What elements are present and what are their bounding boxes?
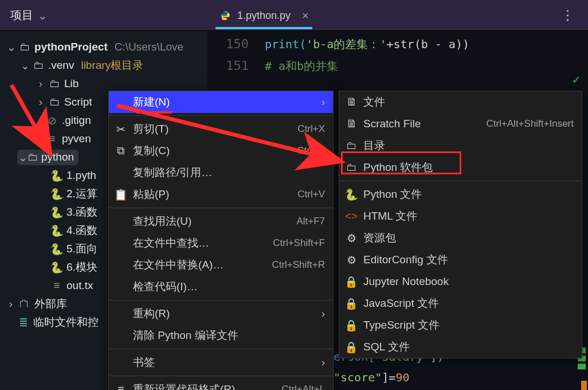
blank-icon (115, 356, 127, 369)
chevron-right-icon[interactable]: › (7, 298, 15, 310)
library-icon: ⛫ (18, 298, 31, 310)
menu-label: HTML 文件 (363, 209, 574, 224)
more-icon[interactable]: ⋯ (560, 9, 576, 24)
file-label: 5.面向 (66, 241, 97, 256)
menu-label: EditorConfig 文件 (363, 252, 574, 267)
ignore-icon: ⊘ (46, 114, 58, 127)
menu-item-bookmark[interactable]: 书签› (109, 352, 333, 373)
shortcut: Alt+F7 (296, 216, 325, 227)
menu-label: 书签 (133, 355, 316, 370)
folder-label: Lib (64, 77, 79, 90)
menu-label: 检查代码(I)… (133, 279, 325, 294)
scratch-icon: ≣ (17, 316, 30, 329)
close-icon[interactable]: × (302, 9, 309, 22)
blank-icon (115, 259, 127, 271)
lock-icon: 🔒 (345, 341, 358, 353)
chevron-down-icon[interactable]: ⌄ (21, 59, 29, 72)
project-header[interactable]: 项目 ⌄ (10, 7, 48, 23)
python-file-icon: 🐍 (50, 188, 63, 200)
separator (339, 181, 582, 181)
menu-item-reformat[interactable]: ≡重新设置代码格式(R)Ctrl+Alt+L (109, 379, 333, 390)
editor-tabs: 1.python.py × (207, 0, 312, 31)
menu-item-replace-in[interactable]: 在文件中替换(A)…Ctrl+Shift+R (109, 254, 333, 276)
chevron-right-icon[interactable]: › (37, 96, 45, 108)
python-file-icon: 🐍 (345, 188, 358, 201)
code-token: print( (265, 37, 306, 51)
menu-item-paste[interactable]: 📋粘贴(P)Ctrl+V (109, 184, 333, 205)
chevron-down-icon: ⌄ (38, 9, 48, 22)
shortcut: Ctrl+V (297, 189, 325, 200)
file-label: out.tx (66, 279, 93, 292)
context-menu: 新建(N) › ✂剪切(T)Ctrl+X ⧉复制(C)Ctrl+C 复制路径/引… (108, 91, 334, 390)
menu-label: 目录 (363, 138, 574, 153)
menu-item-new[interactable]: 新建(N) › (109, 91, 333, 113)
blank-icon (115, 215, 127, 228)
menu-item-sql-file[interactable]: 🔒SQL 文件 (339, 336, 582, 358)
menu-label: 查找用法(U) (133, 214, 291, 229)
lock-icon: 🔒 (345, 319, 358, 332)
menu-item-find-usage[interactable]: 查找用法(U)Alt+F7 (109, 210, 333, 232)
menu-item-python-file[interactable]: 🐍Python 文件 (339, 184, 582, 205)
code-comment: # a和b的并集 (265, 59, 338, 73)
check-icon: ✓ (573, 72, 580, 87)
python-file-icon: 🐍 (50, 169, 63, 182)
menu-item-cut[interactable]: ✂剪切(T)Ctrl+X (109, 118, 333, 140)
chevron-down-icon[interactable]: ⌄ (7, 41, 15, 54)
reformat-icon: ≡ (115, 383, 127, 390)
code-token: "score" (334, 370, 382, 384)
chevron-right-icon[interactable]: › (37, 77, 45, 90)
scratch-file-icon: 🗎 (345, 118, 358, 130)
menu-item-refactor[interactable]: 重构(R)› (109, 303, 333, 325)
blank-icon (115, 329, 127, 342)
html-file-icon: <> (345, 210, 358, 223)
gutter: 150 151 (207, 37, 259, 80)
separator (109, 376, 333, 376)
folder-label: 外部库 (34, 297, 67, 311)
line-number: 151 (207, 58, 259, 80)
menu-item-html-file[interactable]: <>HTML 文件 (339, 205, 582, 227)
menu-label: 文件 (363, 95, 574, 110)
folder-label: 临时文件和控 (33, 315, 99, 330)
blank-icon (115, 280, 127, 293)
scrollbar-marker (581, 381, 587, 390)
shortcut: Ctrl+Shift+F (273, 237, 325, 249)
menu-label: JavaScript 文件 (363, 296, 574, 311)
menu-item-clean[interactable]: 清除 Python 编译文件 (109, 325, 333, 346)
menu-item-jupyter[interactable]: 🔒Jupyter Notebook (339, 271, 582, 292)
menu-label: 在文件中替换(A)… (133, 258, 266, 272)
menu-item-directory[interactable]: 目录 (339, 135, 582, 157)
menu-item-js-file[interactable]: 🔒JavaScript 文件 (339, 292, 582, 314)
separator (109, 115, 333, 116)
python-file-icon: 🐍 (50, 243, 63, 255)
folder-icon (26, 151, 39, 163)
menu-label: Python 软件包 (363, 160, 574, 175)
venv-folder[interactable]: ⌄ .venv library根目录 (0, 56, 207, 75)
menu-item-editorconfig[interactable]: ⚙EditorConfig 文件 (339, 249, 582, 271)
menu-label: 复制路径/引用… (133, 165, 325, 180)
tab-label: 1.python.py (237, 10, 291, 22)
menu-item-python-package[interactable]: Python 软件包 (339, 157, 582, 178)
chevron-down-icon[interactable]: ⌄ (18, 151, 26, 164)
code-token: +str(b - a)) (386, 37, 469, 51)
menu-label: 剪切(T) (133, 122, 292, 136)
menu-item-scratch[interactable]: 🗎Scratch FileCtrl+Alt+Shift+Insert (339, 113, 582, 135)
project-root[interactable]: ⌄ pythonProject C:\Users\Love (0, 38, 207, 56)
blank-icon (115, 307, 127, 320)
copy-icon: ⧉ (115, 145, 127, 157)
menu-item-ts-file[interactable]: 🔒TypeScript 文件 (339, 314, 582, 336)
folder-label: python (41, 151, 74, 164)
shortcut: Ctrl+Alt+Shift+Insert (486, 118, 574, 130)
code-line: "score"]=90 (334, 370, 409, 384)
menu-item-file[interactable]: 🗎文件 (339, 91, 582, 113)
folder-icon (48, 96, 61, 108)
menu-label: 资源包 (363, 231, 574, 245)
folder-label: .venv (48, 59, 74, 72)
tab-python-file[interactable]: 1.python.py × (215, 5, 312, 29)
menu-item-copy-path[interactable]: 复制路径/引用… (109, 162, 333, 184)
menu-item-copy[interactable]: ⧉复制(C)Ctrl+C (109, 140, 333, 162)
folder-icon (345, 139, 358, 152)
menu-item-inspect[interactable]: 检查代码(I)… (109, 276, 333, 298)
package-icon (345, 161, 358, 174)
menu-item-find-in[interactable]: 在文件中查找…Ctrl+Shift+F (109, 232, 333, 254)
menu-item-resource-bundle[interactable]: ⚙资源包 (339, 227, 582, 249)
